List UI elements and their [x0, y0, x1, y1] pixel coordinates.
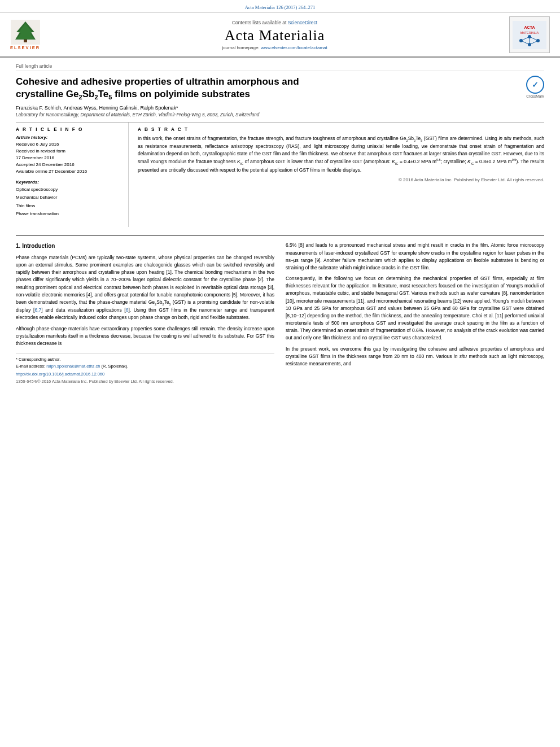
text-col-left: 1. Introduction Phase change materials (…: [16, 242, 274, 385]
svg-text:MATERIALIA: MATERIALIA: [520, 31, 539, 34]
contents-line: Contents lists available at ScienceDirec…: [46, 20, 504, 25]
article-title: Cohesive and adhesive properties of ultr…: [16, 76, 519, 102]
article-type-label: Full length article: [16, 63, 544, 71]
acta-logo-box: ACTA MATERIALIA: [509, 16, 550, 53]
intro-para-5: In the present work, we overcome this ga…: [286, 346, 544, 368]
keyword-2: Mechanical behavior: [16, 194, 121, 202]
crossmark-area: ✓ CrossMark: [526, 76, 544, 98]
crossmark-badge: ✓ CrossMark: [526, 76, 544, 98]
received-date: Received 6 July 2016: [16, 141, 121, 148]
keyword-3: Thin films: [16, 202, 121, 210]
page: Acta Materialia 126 (2017) 264–271 ELSEV…: [0, 0, 560, 747]
header-center: Contents lists available at ScienceDirec…: [40, 20, 509, 50]
abstract-column: A B S T R A C T In this work, the onset …: [129, 123, 544, 228]
sciencedirect-link[interactable]: ScienceDirect: [288, 20, 317, 25]
article-info-column: A R T I C L E I N F O Article history: R…: [16, 123, 129, 228]
email-note: E-mail address: ralph.spolenak@mat.ethz.…: [16, 363, 274, 370]
crossmark-icon: ✓: [526, 76, 544, 94]
keywords-group: Keywords: Optical spectroscopy Mechanica…: [16, 180, 121, 219]
elsevier-label: ELSEVIER: [10, 45, 40, 50]
header-main: ELSEVIER Contents lists available at Sci…: [0, 13, 560, 58]
main-text: 1. Introduction Phase change materials (…: [16, 235, 544, 385]
journal-volume-info: Acta Materialia 126 (2017) 264–271: [245, 5, 316, 10]
acta-logo-svg: ACTA MATERIALIA: [513, 21, 546, 49]
received-revised-label: Received in revised form: [16, 148, 121, 155]
footnote-area: * Corresponding author. E-mail address: …: [16, 353, 274, 385]
email-link[interactable]: ralph.spolenak@mat.ethz.ch: [46, 364, 100, 369]
issn-line: 1359-6454/© 2016 Acta Materialia Inc. Pu…: [16, 378, 274, 385]
abstract-copyright: © 2016 Acta Materialia Inc. Published by…: [138, 177, 544, 182]
abstract-text: In this work, the onset strains of fragm…: [138, 135, 544, 174]
intro-para-3: 6.5% [8] and leads to a pronounced mecha…: [286, 242, 544, 272]
keyword-1: Optical spectroscopy: [16, 186, 121, 194]
keywords-list: Optical spectroscopy Mechanical behavior…: [16, 186, 121, 219]
abstract-label: A B S T R A C T: [138, 127, 544, 132]
available-date: Available online 27 December 2016: [16, 168, 121, 175]
keyword-4: Phase transformation: [16, 210, 121, 218]
authors: Franziska F. Schlich, Andreas Wyss, Henn…: [16, 105, 544, 111]
article-body: Full length article Cohesive and adhesiv…: [0, 58, 560, 391]
journal-header: Acta Materialia 126 (2017) 264–271: [0, 0, 560, 13]
intro-para-1: Phase change materials (PCMs) are typica…: [16, 254, 274, 322]
journal-homepage: journal homepage: www.elsevier.com/locat…: [46, 45, 504, 50]
accepted-date: Accepted 24 December 2016: [16, 161, 121, 168]
doi-line[interactable]: http://dx.doi.org/10.1016/j.actamat.2016…: [16, 371, 274, 378]
intro-heading: 1. Introduction: [16, 242, 274, 251]
intro-para-4: Consequently, in the following we focus …: [286, 275, 544, 342]
two-col-text: 1. Introduction Phase change materials (…: [16, 242, 544, 385]
journal-title: Acta Materialia: [46, 27, 504, 44]
acta-logo-area: ACTA MATERIALIA: [509, 16, 550, 53]
intro-para-2: Although phase-change materials have ext…: [16, 325, 274, 348]
received-revised-date: 17 December 2016: [16, 155, 121, 161]
article-history: Article history: Received 6 July 2016 Re…: [16, 135, 121, 175]
affiliation: Laboratory for Nanometallurgy, Departmen…: [16, 112, 544, 117]
text-col-right: 6.5% [8] and leads to a pronounced mecha…: [286, 242, 544, 385]
elsevier-logo: ELSEVIER: [10, 20, 40, 50]
corresponding-note: * Corresponding author.: [16, 356, 274, 363]
article-info-abstract: A R T I C L E I N F O Article history: R…: [16, 122, 544, 228]
keywords-label: Keywords:: [16, 180, 121, 185]
history-label: Article history:: [16, 135, 121, 140]
svg-text:ACTA: ACTA: [524, 25, 535, 29]
homepage-link[interactable]: www.elsevier.com/locate/actamat: [261, 45, 327, 50]
crossmark-label: CrossMark: [526, 94, 544, 98]
publisher-logo-area: ELSEVIER: [10, 20, 40, 50]
article-info-label: A R T I C L E I N F O: [16, 127, 121, 132]
elsevier-tree-icon: [11, 20, 40, 45]
